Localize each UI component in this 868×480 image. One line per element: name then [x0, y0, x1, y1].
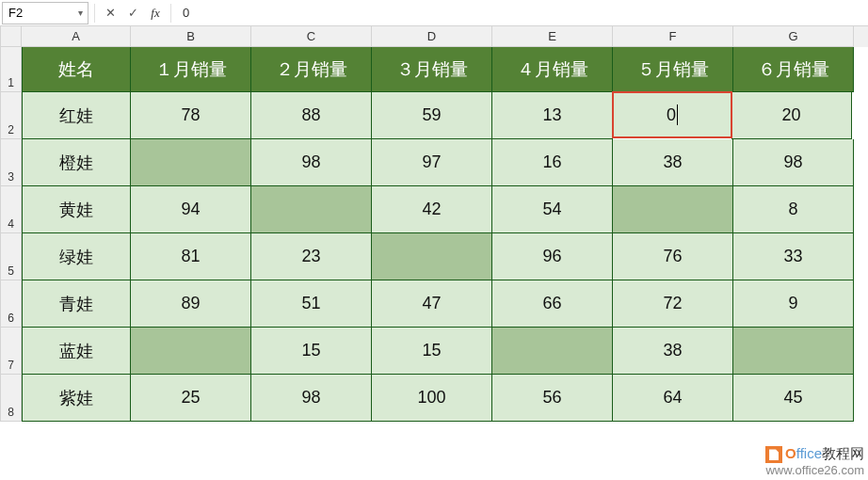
name-box[interactable]: F2 ▾ [2, 2, 88, 24]
name-box-text: F2 [3, 6, 72, 20]
cell-b3[interactable] [131, 139, 251, 186]
cell-d6[interactable]: 47 [372, 280, 492, 328]
row-header-3[interactable]: 3 [1, 139, 22, 186]
row-header-4[interactable]: 4 [1, 186, 22, 233]
cell-a7[interactable]: 蓝娃 [22, 328, 131, 375]
table-row: 7蓝娃151538 [1, 328, 868, 375]
watermark-brand-cn: 教程网 [822, 445, 864, 461]
table-row: 2红娃78885913020 [1, 92, 868, 139]
formula-input[interactable]: 0 [175, 6, 868, 20]
cell-a2[interactable]: 红娃 [22, 92, 131, 139]
column-header-d[interactable]: D [372, 26, 492, 47]
cell-g4[interactable]: 8 [733, 186, 854, 233]
column-header-g[interactable]: G [733, 26, 854, 47]
dropdown-icon[interactable]: ▾ [72, 8, 88, 18]
row-header-6[interactable]: 6 [1, 280, 22, 328]
row-header-5[interactable]: 5 [1, 233, 22, 280]
cell-e6[interactable]: 66 [492, 280, 613, 328]
column-header-b[interactable]: B [131, 26, 251, 47]
column-header-a[interactable]: A [22, 26, 131, 47]
cell-b2[interactable]: 78 [131, 92, 251, 139]
cell-d3[interactable]: 97 [372, 139, 492, 186]
cell-f6[interactable]: 72 [613, 280, 733, 328]
cell-f5[interactable]: 76 [613, 233, 733, 280]
cell-c2[interactable]: 88 [251, 92, 372, 139]
row-header-7[interactable]: 7 [1, 328, 22, 375]
cell-c1[interactable]: ２月销量 [251, 47, 372, 92]
cell-a8[interactable]: 紫娃 [22, 375, 131, 422]
cell-d1[interactable]: ３月销量 [372, 47, 492, 92]
cell-b5[interactable]: 81 [131, 233, 251, 280]
cell-c3[interactable]: 98 [251, 139, 372, 186]
cell-f7[interactable]: 38 [613, 328, 733, 375]
formula-bar: F2 ▾ ✕ ✓ fx 0 [0, 0, 868, 26]
cell-a4[interactable]: 黄娃 [22, 186, 131, 233]
cell-g7[interactable] [733, 328, 854, 375]
cell-f8[interactable]: 64 [613, 375, 733, 422]
cell-e2[interactable]: 13 [492, 92, 613, 139]
editing-value: 0 [667, 105, 676, 125]
cell-d8[interactable]: 100 [372, 375, 492, 422]
cell-g6[interactable]: 9 [733, 280, 854, 328]
table-row: 4黄娃9442548 [1, 186, 868, 233]
column-header-c[interactable]: C [251, 26, 372, 47]
cell-e8[interactable]: 56 [492, 375, 613, 422]
cell-a6[interactable]: 青娃 [22, 280, 131, 328]
office-icon [765, 446, 782, 463]
text-cursor [677, 104, 678, 125]
cell-b4[interactable]: 94 [131, 186, 251, 233]
cell-d2[interactable]: 59 [372, 92, 492, 139]
cell-a1[interactable]: 姓名 [22, 47, 131, 92]
row-header-8[interactable]: 8 [1, 375, 22, 422]
column-header-e[interactable]: E [492, 26, 613, 47]
select-all-corner[interactable] [1, 26, 22, 47]
cell-b7[interactable] [131, 328, 251, 375]
confirm-button[interactable]: ✓ [121, 6, 144, 20]
cell-a3[interactable]: 橙娃 [22, 139, 131, 186]
watermark: Office教程网 www.office26.com [765, 445, 864, 478]
table-row: 5绿娃8123967633 [1, 233, 868, 280]
cell-b1[interactable]: １月销量 [131, 47, 251, 92]
separator [94, 4, 95, 23]
table-header-row: 1 姓名 １月销量 ２月销量 ３月销量 ４月销量 ５月销量 ６月销量 [1, 47, 868, 92]
cell-g1[interactable]: ６月销量 [733, 47, 854, 92]
row-header-2[interactable]: 2 [1, 92, 22, 139]
cell-g5[interactable]: 33 [733, 233, 854, 280]
column-header-f[interactable]: F [613, 26, 733, 47]
cell-e3[interactable]: 16 [492, 139, 613, 186]
watermark-brand-o: O [785, 445, 796, 461]
cell-c8[interactable]: 98 [251, 375, 372, 422]
cell-a5[interactable]: 绿娃 [22, 233, 131, 280]
cell-c6[interactable]: 51 [251, 280, 372, 328]
cell-g8[interactable]: 45 [733, 375, 854, 422]
cell-d7[interactable]: 15 [372, 328, 492, 375]
cell-e7[interactable] [492, 328, 613, 375]
watermark-url: www.office26.com [765, 463, 864, 478]
separator [170, 4, 171, 23]
cell-d5[interactable] [372, 233, 492, 280]
cell-f1[interactable]: ５月销量 [613, 47, 733, 92]
cell-c5[interactable]: 23 [251, 233, 372, 280]
cell-f2[interactable]: 0 [612, 91, 732, 138]
cell-e5[interactable]: 96 [492, 233, 613, 280]
table-row: 3橙娃9897163898 [1, 139, 868, 186]
fx-button[interactable]: fx [144, 6, 167, 21]
cell-b6[interactable]: 89 [131, 280, 251, 328]
spreadsheet-grid: A B C D E F G 1 姓名 １月销量 ２月销量 ３月销量 ４月销量 ５… [0, 26, 868, 422]
cell-c7[interactable]: 15 [251, 328, 372, 375]
cell-d4[interactable]: 42 [372, 186, 492, 233]
cell-e4[interactable]: 54 [492, 186, 613, 233]
cell-c4[interactable] [251, 186, 372, 233]
cell-b8[interactable]: 25 [131, 375, 251, 422]
cell-g3[interactable]: 98 [733, 139, 854, 186]
cell-f3[interactable]: 38 [613, 139, 733, 186]
cancel-button[interactable]: ✕ [99, 6, 121, 20]
cell-f4[interactable] [613, 186, 733, 233]
column-headers: A B C D E F G [1, 26, 868, 47]
cell-g2[interactable]: 20 [731, 92, 852, 139]
table-row: 6青娃89514766729 [1, 280, 868, 328]
row-header-1[interactable]: 1 [1, 47, 22, 92]
watermark-brand-rest: ffice [796, 445, 822, 461]
cell-e1[interactable]: ４月销量 [492, 47, 613, 92]
table-row: 8紫娃2598100566445 [1, 375, 868, 422]
